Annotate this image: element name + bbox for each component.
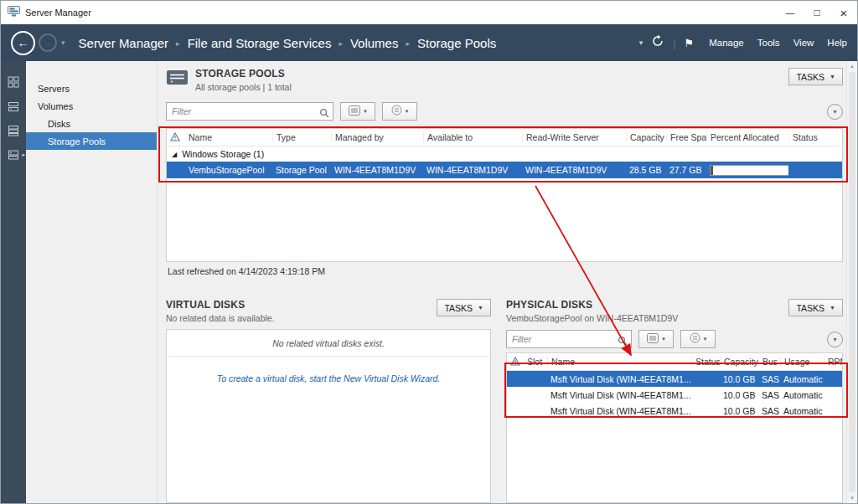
alert-column-icon[interactable]	[507, 357, 524, 368]
titlebar: Server Manager — □ ×	[1, 1, 857, 24]
virtual-disks-tile: VIRTUAL DISKS No related data is availab…	[166, 299, 491, 503]
tasks-label: TASKS	[796, 72, 824, 82]
server-manager-window: Server Manager — □ × ← → ▾ Server Manage…	[0, 0, 858, 504]
column-header-bus[interactable]: Bus	[758, 357, 780, 367]
cell-bus: SAS	[758, 406, 780, 416]
column-header-free-space[interactable]: Free Space	[666, 132, 706, 142]
physical-disks-tasks-button[interactable]: TASKS ▼	[788, 299, 843, 316]
history-caret-icon[interactable]: ▾	[61, 39, 65, 47]
column-header-percent-allocated[interactable]: Percent Allocated	[706, 132, 788, 142]
maximize-button[interactable]: □	[804, 1, 830, 24]
all-servers-icon[interactable]	[1, 125, 26, 136]
alert-column-icon[interactable]	[167, 132, 185, 143]
list-icon	[647, 333, 659, 346]
storage-pools-tile: STORAGE POOLS All storage pools | 1 tota…	[166, 68, 843, 280]
caret-down-icon: ▼	[830, 74, 835, 80]
column-header-available-to[interactable]: Available to	[423, 132, 522, 142]
close-button[interactable]: ×	[830, 1, 857, 24]
column-header-slot[interactable]: Slot	[524, 357, 547, 367]
refresh-icon[interactable]	[651, 34, 664, 51]
sidebar-item-servers[interactable]: Servers	[26, 80, 157, 97]
navigation-bar: ← → ▾ Server Manager ▸ File and Storage …	[1, 24, 857, 61]
file-storage-services-icon[interactable]: ▸	[1, 149, 26, 161]
physical-disk-row[interactable]: Msft Virtual Disk (WIN-4EEAT8M1... 10.0 …	[507, 387, 842, 403]
new-virtual-disk-wizard-link[interactable]: To create a virtual disk, start the New …	[167, 373, 490, 383]
storage-pools-tasks-button[interactable]: TASKS ▼	[788, 68, 843, 85]
breadcrumb-volumes[interactable]: Volumes	[350, 36, 399, 50]
filter-criteria-button[interactable]: ▾	[638, 330, 674, 348]
minimize-button[interactable]: —	[777, 1, 804, 24]
physical-disk-row[interactable]: Msft Virtual Disk (WIN-4EEAT8M1... 10.0 …	[507, 371, 842, 387]
storage-pools-filter-input[interactable]	[166, 102, 333, 121]
notifications-caret-icon[interactable]: ▾	[639, 39, 644, 47]
physical-disks-table-header: Slot Name Status Capacity Bus Usage RPM	[507, 353, 842, 371]
storage-pools-table: Name Type Managed by Available to Read-W…	[166, 128, 843, 262]
group-expanded-icon: ◢	[172, 151, 177, 158]
content-area: STORAGE POOLS All storage pools | 1 tota…	[158, 61, 846, 503]
storage-pools-table-header: Name Type Managed by Available to Read-W…	[167, 129, 842, 147]
chevron-down-icon: ▾	[833, 336, 836, 343]
cell-free-space: 27.7 GB	[666, 165, 706, 175]
column-header-name[interactable]: Name	[547, 357, 691, 367]
column-header-capacity[interactable]: Capacity	[626, 132, 666, 142]
caret-down-icon: ▾	[704, 336, 707, 342]
menu-view[interactable]: View	[793, 38, 814, 48]
empty-message: No related virtual disks exist.	[168, 330, 489, 357]
column-header-name[interactable]: Name	[185, 132, 272, 142]
column-header-status[interactable]: Status	[788, 132, 842, 142]
collapse-tile-button[interactable]: ▾	[827, 104, 843, 120]
sidebar-item-disks[interactable]: Disks	[26, 115, 157, 132]
search-icon	[618, 334, 628, 349]
cell-name: Msft Virtual Disk (WIN-4EEAT8M1...	[547, 390, 691, 400]
menu-manage[interactable]: Manage	[709, 38, 744, 48]
column-header-usage[interactable]: Usage	[780, 357, 824, 367]
storage-pool-row[interactable]: VembuStoragePool Storage Pool WIN-4EEAT8…	[167, 162, 842, 178]
filter-criteria-button[interactable]: ▾	[340, 102, 375, 121]
breadcrumb-server-manager[interactable]: Server Manager	[79, 36, 169, 50]
left-icon-strip: ▸	[1, 61, 26, 503]
cell-type: Storage Pool	[272, 165, 331, 175]
storage-pools-tile-icon	[166, 69, 189, 90]
sidebar: Servers Volumes Disks Storage Pools	[26, 61, 158, 503]
physical-disks-subtitle: VembuStoragePool on WIN-4EEAT8M1D9V	[506, 313, 678, 323]
tasks-label: TASKS	[444, 303, 473, 313]
column-header-read-write-server[interactable]: Read-Write Server	[522, 132, 626, 142]
breadcrumb-file-storage-services[interactable]: File and Storage Services	[188, 36, 332, 50]
caret-down-icon: ▼	[830, 305, 835, 311]
physical-disks-table: Slot Name Status Capacity Bus Usage RPM …	[506, 352, 843, 503]
saved-queries-button[interactable]: ▾	[382, 102, 417, 121]
menu-help[interactable]: Help	[827, 38, 847, 48]
cell-bus: SAS	[758, 374, 780, 384]
storage-pools-title: STORAGE POOLS	[195, 68, 292, 80]
virtual-disks-empty-state: No related virtual disks exist. To creat…	[166, 329, 491, 503]
column-header-managed-by[interactable]: Managed by	[331, 132, 423, 142]
scroll-down-icon[interactable]: ▾	[850, 495, 854, 501]
physical-disks-filter-input[interactable]	[506, 330, 632, 348]
group-row-windows-storage[interactable]: ◢ Windows Storage (1)	[167, 147, 842, 162]
column-header-rpm[interactable]: RPM	[824, 357, 842, 367]
sidebar-item-volumes[interactable]: Volumes	[26, 97, 157, 115]
menu-tools[interactable]: Tools	[757, 38, 780, 48]
saved-queries-button[interactable]: ▾	[680, 330, 716, 348]
scrollbar-thumb[interactable]	[849, 72, 855, 492]
cell-usage: Automatic	[780, 390, 824, 400]
back-button[interactable]: ←	[11, 31, 35, 55]
sidebar-item-storage-pools[interactable]: Storage Pools	[26, 132, 157, 150]
virtual-disks-tasks-button[interactable]: TASKS ▼	[437, 299, 491, 316]
column-header-status[interactable]: Status	[691, 357, 720, 367]
saved-query-icon	[391, 105, 402, 118]
physical-disk-row[interactable]: Msft Virtual Disk (WIN-4EEAT8M1... 10.0 …	[507, 403, 842, 419]
cell-capacity: 28.5 GB	[626, 165, 666, 175]
scroll-up-icon[interactable]: ▴	[850, 63, 854, 69]
collapse-tile-button[interactable]: ▾	[827, 332, 843, 347]
virtual-disks-subtitle: No related data is available.	[166, 313, 275, 323]
chevron-down-icon: ▾	[833, 108, 836, 116]
dashboard-icon[interactable]	[1, 76, 26, 88]
local-server-icon[interactable]	[1, 100, 26, 112]
breadcrumb-storage-pools[interactable]: Storage Pools	[417, 36, 496, 50]
column-header-capacity[interactable]: Capacity	[720, 357, 758, 367]
forward-button[interactable]: →	[39, 33, 57, 52]
notifications-flag-icon[interactable]: ⚑	[685, 37, 695, 49]
column-header-type[interactable]: Type	[272, 132, 331, 142]
vertical-scrollbar[interactable]: ▴ ▾	[846, 61, 857, 503]
